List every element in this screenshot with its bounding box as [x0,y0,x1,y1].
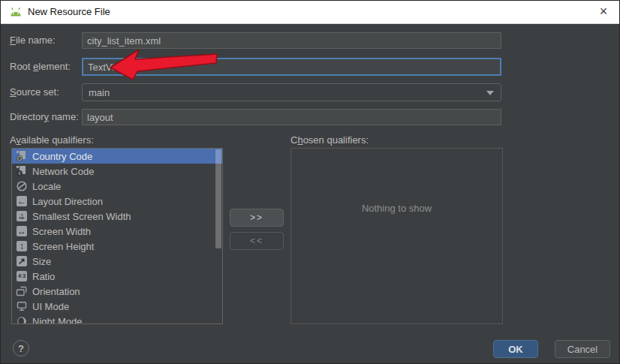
qualifier-item-night-mode[interactable]: Night Mode [12,314,222,324]
qualifier-item-layout-direction[interactable]: ← Layout Direction [12,194,222,209]
chosen-qualifiers-panel: Nothing to show [290,148,503,324]
available-qualifiers-label: Available qualifiers: [10,134,94,146]
size-icon: ↗ [16,255,28,267]
ratio-icon: 4:3 [16,270,28,282]
qualifier-item-ui-mode[interactable]: UI Mode [12,299,222,314]
ui-mode-icon [16,300,28,312]
cancel-button[interactable]: Cancel [555,340,610,358]
root-element-value: TextView [88,62,127,73]
qualifier-item-orientation[interactable]: Orientation [12,284,222,299]
help-button[interactable]: ? [13,340,29,356]
source-set-value: main [89,87,110,98]
empty-state-text: Nothing to show [291,203,502,214]
scrollbar-thumb[interactable] [215,149,221,248]
qualifier-item-screen-height[interactable]: ↕ Screen Height [12,239,222,254]
root-element-label: Root element: [10,58,71,76]
country-code-icon [16,150,28,162]
ok-button[interactable]: OK [493,340,538,358]
qualifier-item-country-code[interactable]: Country Code [12,149,222,164]
locale-icon [16,180,28,192]
source-set-dropdown[interactable]: main [82,83,501,101]
smallest-screen-width-icon: ↔↕ [16,210,28,222]
orientation-icon [16,285,28,297]
directory-name-label: Directory name: [10,109,79,125]
screen-width-icon: ↔ [16,225,28,237]
chosen-qualifiers-label: Chosen qualifiers: [290,134,369,146]
move-right-button[interactable]: >> [230,209,284,227]
qualifier-item-locale[interactable]: Locale [12,179,222,194]
qualifier-item-smallest-screen-width[interactable]: ↔↕ Smallest Screen Width [12,209,222,224]
network-code-icon [16,165,28,177]
qualifier-item-network-code[interactable]: Network Code [12,164,222,179]
move-left-button[interactable]: << [230,232,284,250]
dialog-title: New Resource File [28,1,110,23]
screen-height-icon: ↕ [16,240,28,252]
chevron-down-icon [486,91,494,95]
qualifier-item-ratio[interactable]: 4:3 Ratio [12,269,222,284]
root-element-input[interactable]: TextView [82,58,501,76]
night-mode-icon [16,315,28,324]
text-caret [128,62,128,72]
file-name-input[interactable] [82,32,501,49]
qualifier-item-size[interactable]: ↗ Size [12,254,222,269]
directory-name-input[interactable] [82,109,501,125]
new-resource-file-dialog: New Resource File × File name: Root elem… [0,0,620,364]
titlebar: New Resource File × [1,1,619,24]
close-icon[interactable]: × [591,1,616,23]
android-icon [8,6,23,18]
available-qualifiers-list: Country Code Network Code Locale ← Layou… [11,148,223,324]
file-name-label: File name: [10,32,56,49]
source-set-label: Source set: [10,83,59,101]
layout-direction-icon: ← [16,195,28,207]
qualifier-item-screen-width[interactable]: ↔ Screen Width [12,224,222,239]
